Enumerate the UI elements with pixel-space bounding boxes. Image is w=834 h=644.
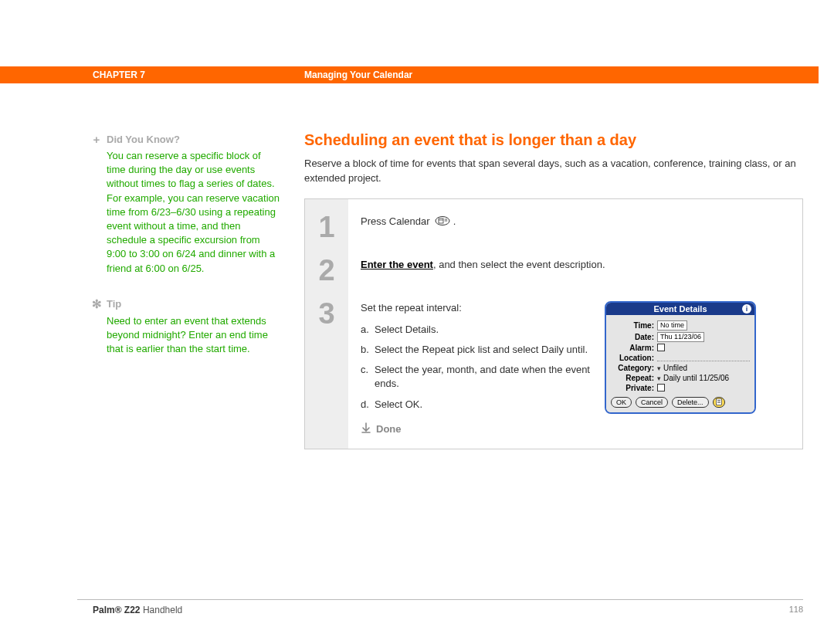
chapter-header-bar: CHAPTER 7 Managing Your Calendar [0,66,819,83]
device-repeat-dropdown[interactable]: Daily until 11/25/06 [657,374,729,382]
device-time-field[interactable]: No time [657,320,687,330]
sub-item: c.Select the year, month, and date when … [361,363,597,391]
device-location-row: Location: [611,354,750,362]
step-3-sub-list: a.Select Details. b.Select the Repeat pi… [361,323,597,412]
device-button-row: OK Cancel Delete... [611,397,750,408]
device-title-text: Event Details [653,304,707,314]
arrow-down-icon [361,422,371,436]
svg-rect-1 [439,219,443,223]
device-date-field[interactable]: Thu 11/23/06 [657,332,704,342]
step-number: 2 [305,249,348,292]
sub-item: b.Select the Repeat pick list and select… [361,343,597,357]
device-repeat-row: Repeat: Daily until 11/25/06 [611,374,750,382]
did-you-know-heading: + Did You Know? [91,133,280,146]
device-cancel-button[interactable]: Cancel [636,397,668,408]
step-2-tail: , and then select the event description. [433,259,605,270]
device-private-label: Private: [611,384,654,392]
chapter-title: Managing Your Calendar [304,69,412,80]
step-number-column: 1 2 3 [305,199,348,449]
device-time-label: Time: [611,321,654,330]
svg-rect-7 [716,399,721,405]
step-1-text-suffix: . [453,215,456,227]
svg-point-5 [445,220,446,221]
device-date-row: Date: Thu 11/23/06 [611,332,750,342]
tip-block: ✻ Tip Need to enter an event that extend… [91,297,280,357]
footer-divider [77,599,803,600]
step-1-row: Press Calendar . [361,208,790,252]
info-icon: i [742,304,751,314]
did-you-know-block: + Did You Know? You can reserve a specif… [91,133,280,276]
device-private-row: Private: [611,384,750,392]
section-intro: Reserve a block of time for events that … [304,157,803,186]
footer-product-name: Palm® Z22 [93,605,141,615]
device-delete-button[interactable]: Delete... [672,397,709,408]
tip-heading-text: Tip [107,298,121,310]
device-location-field[interactable] [657,354,750,361]
svg-point-4 [446,219,447,219]
device-category-dropdown[interactable]: Unfiled [657,364,687,372]
svg-point-0 [436,216,449,225]
sub-item: a.Select Details. [361,323,597,337]
steps-content: Press Calendar . [348,199,802,449]
device-screenshot: Event Details i Time: No time Date: Thu … [605,301,756,414]
section-title: Scheduling an event that is longer than … [304,131,803,149]
sub-item: d.Select OK. [361,398,597,412]
chapter-number: CHAPTER 7 [93,69,145,80]
tip-body: Need to enter an event that extends beyo… [107,314,280,357]
device-body: Time: No time Date: Thu 11/23/06 Alarm: [606,315,754,412]
asterisk-icon: ✻ [91,297,102,311]
device-date-label: Date: [611,333,654,341]
step-number: 3 [305,292,348,335]
done-label: Done [376,423,402,435]
device-title-bar: Event Details i [606,303,754,315]
tip-heading: ✻ Tip [91,297,280,311]
device-ok-button[interactable]: OK [611,397,632,408]
device-category-label: Category: [611,364,654,372]
calendar-button-icon [435,216,450,228]
sidebar: + Did You Know? You can reserve a specif… [91,133,280,378]
footer-product: Palm® Z22 Handheld [93,605,182,615]
device-category-row: Category: Unfiled [611,364,750,372]
main-content: Scheduling an event that is longer than … [304,131,803,449]
svg-point-6 [446,220,447,221]
device-alarm-label: Alarm: [611,344,654,352]
device-alarm-checkbox[interactable] [657,344,665,351]
svg-point-3 [445,219,446,219]
step-3-lead: Set the repeat interval: [361,301,597,315]
device-note-button[interactable] [713,397,725,408]
footer-page-number: 118 [789,605,803,614]
step-2-row: Enter the event, and then select the eve… [361,252,790,295]
device-time-row: Time: No time [611,320,750,330]
step-number: 1 [305,205,348,249]
step-3-row: Set the repeat interval: a.Select Detail… [361,295,790,436]
device-alarm-row: Alarm: [611,344,750,352]
did-you-know-body: You can reserve a specific block of time… [107,149,280,276]
footer-product-tail: Handheld [141,605,183,615]
plus-icon: + [91,133,102,146]
step-1-text-prefix: Press Calendar [361,215,432,227]
steps-box: 1 2 3 Press Calendar [304,198,803,449]
did-you-know-heading-text: Did You Know? [107,134,180,145]
enter-event-link[interactable]: Enter the event [361,259,433,270]
device-location-label: Location: [611,354,654,362]
device-repeat-label: Repeat: [611,374,654,382]
done-row: Done [361,422,597,436]
device-private-checkbox[interactable] [657,384,665,391]
